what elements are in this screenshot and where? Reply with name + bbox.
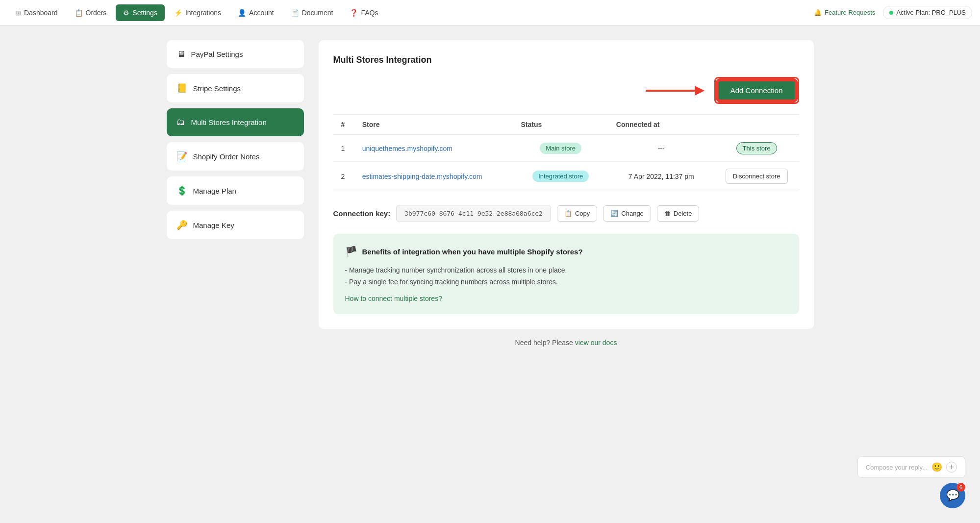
nav-label-account: Account — [249, 9, 274, 17]
row2-connected: 7 Apr 2022, 11:37 pm — [608, 162, 714, 191]
table-row: 1 uniquethemes.myshopify.com Main store … — [333, 135, 799, 162]
benefit-item-2: - Pay a single fee for syncing tracking … — [345, 276, 787, 288]
row2-store-link[interactable]: estimates-shipping-date.myshopify.com — [362, 173, 482, 180]
add-connection-wrapper: Add Connection — [714, 77, 799, 104]
benefits-title: 🏴 Benefits of integration when you have … — [345, 246, 787, 257]
view-docs-link[interactable]: view our docs — [575, 339, 617, 347]
how-to-connect-link[interactable]: How to connect multiple stores? — [345, 295, 442, 302]
flag-icon: 🏴 — [345, 246, 357, 257]
active-plan-label: Active Plan: PRO_PLUS — [896, 9, 966, 16]
sidebar-label-manage-key: Manage Key — [193, 221, 234, 229]
nav-item-document[interactable]: 📄 Document — [283, 4, 341, 21]
row2-action: Disconnect store — [714, 162, 799, 191]
benefits-list: - Manage tracking number synchronization… — [345, 264, 787, 288]
svg-marker-1 — [695, 86, 704, 96]
connection-key-row: Connection key: 3b977c60-8676-4c11-9e52-… — [333, 205, 799, 222]
row1-num: 1 — [333, 135, 354, 162]
row1-status-badge: Main store — [540, 143, 581, 154]
footer-bar: Need help? Please view our docs — [319, 329, 814, 356]
nav-label-faqs: FAQs — [361, 9, 378, 17]
sidebar-item-stripe[interactable]: 📒 Stripe Settings — [167, 74, 304, 102]
row2-status-badge: Integrated store — [532, 171, 589, 182]
nav-item-settings[interactable]: ⚙ Settings — [116, 4, 165, 21]
nav-items: ⊞ Dashboard 📋 Orders ⚙ Settings ⚡ Integr… — [8, 4, 385, 21]
nav-item-account[interactable]: 👤 Account — [230, 4, 281, 21]
change-button[interactable]: 🔄 Change — [603, 205, 651, 222]
this-store-badge: This store — [736, 142, 777, 154]
copy-label: Copy — [575, 210, 590, 217]
benefit-item-1: - Manage tracking number synchronization… — [345, 264, 787, 276]
copy-icon: 📋 — [564, 210, 572, 217]
sidebar-item-manage-key[interactable]: 🔑 Manage Key — [167, 211, 304, 239]
nav-item-integrations[interactable]: ⚡ Integrations — [167, 4, 228, 21]
multi-stores-icon: 🗂 — [176, 117, 185, 127]
row2-store: estimates-shipping-date.myshopify.com — [354, 162, 513, 191]
manage-key-icon: 🔑 — [176, 220, 187, 230]
faqs-icon: ❓ — [350, 9, 358, 17]
document-icon: 📄 — [291, 9, 299, 17]
row2-num: 2 — [333, 162, 354, 191]
disconnect-store-button[interactable]: Disconnect store — [726, 169, 788, 184]
nav-label-integrations: Integrations — [185, 9, 221, 17]
row1-status: Main store — [513, 135, 608, 162]
delete-label: Delete — [674, 210, 692, 217]
connection-key-label: Connection key: — [333, 209, 391, 218]
sidebar-item-multi-stores[interactable]: 🗂 Multi Stores Integration — [167, 108, 304, 136]
col-header-status: Status — [513, 114, 608, 135]
content-area: Multi Stores Integration Add Connection — [319, 40, 814, 356]
arrow-area — [646, 83, 704, 98]
settings-icon: ⚙ — [123, 9, 129, 17]
add-connection-row: Add Connection — [333, 77, 799, 104]
delete-icon: 🗑 — [664, 210, 671, 217]
col-header-store: Store — [354, 114, 513, 135]
integrations-icon: ⚡ — [174, 9, 182, 17]
shopify-notes-icon: 📝 — [176, 151, 187, 162]
manage-plan-icon: 💲 — [176, 185, 187, 196]
help-text: Need help? Please — [515, 339, 573, 347]
main-layout: 🖥 PayPal Settings 📒 Stripe Settings 🗂 Mu… — [147, 25, 833, 371]
row1-action: This store — [714, 135, 799, 162]
content-card: Multi Stores Integration Add Connection — [319, 40, 814, 329]
change-label: Change — [621, 210, 644, 217]
account-icon: 👤 — [238, 9, 246, 17]
col-header-num: # — [333, 114, 354, 135]
sidebar-item-shopify-notes[interactable]: 📝 Shopify Order Notes — [167, 142, 304, 171]
sidebar-item-paypal[interactable]: 🖥 PayPal Settings — [167, 40, 304, 68]
nav-label-document: Document — [302, 9, 333, 17]
row1-store: uniquethemes.myshopify.com — [354, 135, 513, 162]
nav-item-orders[interactable]: 📋 Orders — [67, 4, 114, 21]
row1-connected: --- — [608, 135, 714, 162]
sidebar-label-manage-plan: Manage Plan — [193, 187, 236, 195]
row1-store-link[interactable]: uniquethemes.myshopify.com — [362, 145, 452, 152]
benefits-box: 🏴 Benefits of integration when you have … — [333, 234, 799, 314]
feature-requests-label: Feature Requests — [825, 9, 875, 16]
benefits-title-text: Benefits of integration when you have mu… — [362, 248, 583, 256]
copy-button[interactable]: 📋 Copy — [557, 205, 597, 222]
stripe-icon: 📒 — [176, 83, 187, 94]
nav-label-orders: Orders — [86, 9, 107, 17]
table-row: 2 estimates-shipping-date.myshopify.com … — [333, 162, 799, 191]
row2-status: Integrated store — [513, 162, 608, 191]
sidebar-label-paypal: PayPal Settings — [191, 50, 243, 58]
red-arrow-icon — [646, 83, 704, 98]
col-header-connected: Connected at — [608, 114, 714, 135]
nav-label-settings: Settings — [132, 9, 157, 17]
change-icon: 🔄 — [610, 210, 618, 217]
sidebar-label-shopify-notes: Shopify Order Notes — [193, 152, 260, 161]
dashboard-icon: ⊞ — [15, 9, 21, 17]
feature-requests-link[interactable]: 🔔 Feature Requests — [814, 9, 875, 16]
add-connection-button[interactable]: Add Connection — [717, 80, 796, 101]
orders-icon: 📋 — [75, 9, 83, 17]
nav-item-faqs[interactable]: ❓ FAQs — [342, 4, 385, 21]
paypal-icon: 🖥 — [176, 49, 185, 59]
nav-item-dashboard[interactable]: ⊞ Dashboard — [8, 4, 65, 21]
col-header-action — [714, 114, 799, 135]
nav-label-dashboard: Dashboard — [24, 9, 58, 17]
sidebar-item-manage-plan[interactable]: 💲 Manage Plan — [167, 176, 304, 205]
nav-right: 🔔 Feature Requests Active Plan: PRO_PLUS — [814, 6, 972, 19]
sidebar: 🖥 PayPal Settings 📒 Stripe Settings 🗂 Mu… — [167, 40, 304, 356]
delete-button[interactable]: 🗑 Delete — [657, 205, 700, 222]
stores-table: # Store Status Connected at 1 uniquethem… — [333, 114, 799, 191]
top-nav: ⊞ Dashboard 📋 Orders ⚙ Settings ⚡ Integr… — [0, 0, 980, 25]
plan-dot — [889, 11, 893, 15]
